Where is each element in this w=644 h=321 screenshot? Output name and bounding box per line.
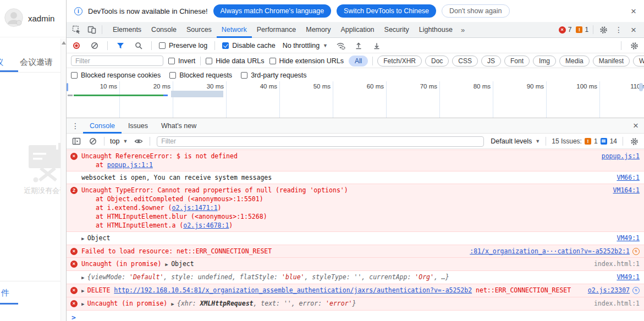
export-har-icon[interactable] xyxy=(371,40,382,51)
more-tabs-icon[interactable]: » xyxy=(458,26,468,34)
drawer-close-icon[interactable]: × xyxy=(631,121,641,130)
invert-checkbox[interactable]: Invert xyxy=(168,57,195,65)
text-segment[interactable]: ▶ xyxy=(81,236,87,241)
pill-fetch-xhr[interactable]: Fetch/XHR xyxy=(377,56,422,67)
tab-sources[interactable]: Sources xyxy=(181,22,217,38)
source-link[interactable]: VM164:1 xyxy=(613,186,640,195)
log-levels-dropdown[interactable]: Default levels ▼ xyxy=(491,137,540,145)
pill-js[interactable]: JS xyxy=(481,56,501,67)
timeline-scrollbar[interactable] xyxy=(639,83,643,91)
pill-all[interactable]: All xyxy=(349,56,368,67)
drawer-tab-issues[interactable]: Issues xyxy=(122,118,155,134)
page-scrollbar[interactable] xyxy=(60,38,66,321)
initiator-chain-icon[interactable]: ⇅ xyxy=(632,287,640,294)
checkbox-unchecked[interactable] xyxy=(159,42,166,49)
pill-manifest[interactable]: Manifest xyxy=(593,56,630,67)
throttling-dropdown[interactable]: No throttling ▼ xyxy=(283,42,328,49)
blocked-requests-checkbox[interactable]: Blocked requests xyxy=(169,71,232,79)
clear-network-log-icon[interactable] xyxy=(89,40,100,51)
tab-application[interactable]: Application xyxy=(335,22,379,38)
tab-lighthouse[interactable]: Lighthouse xyxy=(414,22,458,38)
text-segment[interactable]: ▶ xyxy=(81,275,87,280)
tab-meeting-invite[interactable]: 会议邀请 xyxy=(20,57,53,68)
error-icon: × xyxy=(70,287,78,294)
source-link[interactable]: VM66:1 xyxy=(617,173,640,182)
console-settings-gear-icon[interactable] xyxy=(629,136,640,147)
clear-console-icon[interactable] xyxy=(87,136,98,147)
error-count-badge[interactable]: × 7 xyxy=(559,26,572,34)
pill-img[interactable]: Img xyxy=(533,56,556,67)
match-language-button[interactable]: Always match Chrome's language xyxy=(213,4,332,18)
bottom-tab-partial[interactable]: 件 xyxy=(1,288,9,298)
checkbox-checked[interactable] xyxy=(222,42,229,49)
issue-count-badge[interactable]: ! 1 xyxy=(576,26,588,34)
source-link[interactable]: popup.js:1 xyxy=(602,152,640,160)
code-link[interactable]: o2.js:1471:1 xyxy=(172,204,217,212)
dont-show-again-button[interactable]: Don't show again xyxy=(442,4,510,18)
tab-performance[interactable]: Performance xyxy=(252,22,301,38)
network-filter-input[interactable] xyxy=(71,56,163,66)
console-sidebar-toggle-icon[interactable] xyxy=(71,136,82,147)
live-expression-eye-icon[interactable] xyxy=(133,136,144,147)
checkbox-unchecked[interactable] xyxy=(168,58,175,64)
execution-context-dropdown[interactable]: top ▼ xyxy=(110,137,128,145)
tab-memory[interactable]: Memory xyxy=(301,22,335,38)
record-network-log-icon[interactable] xyxy=(71,40,82,51)
checkbox-unchecked[interactable] xyxy=(206,58,212,64)
source-link[interactable]: VM49:1 xyxy=(617,273,640,281)
import-har-icon[interactable] xyxy=(353,40,364,51)
avatar[interactable] xyxy=(4,8,23,29)
code-link[interactable]: popup.js:1:1 xyxy=(107,161,153,169)
disable-cache-checkbox[interactable]: Disable cache xyxy=(222,42,276,49)
checkbox-unchecked[interactable] xyxy=(169,72,176,79)
filter-funnel-icon[interactable] xyxy=(115,40,126,51)
tab-console[interactable]: Console xyxy=(146,22,181,38)
tab-meeting-partial[interactable]: 议 xyxy=(0,57,3,68)
text-segment[interactable]: ▶ xyxy=(171,301,177,307)
drawer-tab-what-s-new[interactable]: What's new xyxy=(155,118,203,134)
source-link[interactable]: :81/x_organization_a···cation?v=-a5252b2… xyxy=(470,247,630,256)
source-link[interactable]: o2.js:23307 xyxy=(588,286,630,295)
tab-network[interactable]: Network xyxy=(217,22,252,38)
inspect-element-icon[interactable] xyxy=(71,24,82,35)
search-icon[interactable] xyxy=(133,40,144,51)
console-prompt[interactable]: > xyxy=(67,311,644,321)
drawer-more-options-icon[interactable]: ⋮ xyxy=(70,121,81,130)
text-segment[interactable]: ▶ xyxy=(165,262,171,267)
pill-doc[interactable]: Doc xyxy=(425,56,449,67)
network-conditions-icon[interactable] xyxy=(335,40,346,51)
text-segment[interactable]: ▶ xyxy=(81,301,87,307)
switch-to-chinese-button[interactable]: Switch DevTools to Chinese xyxy=(337,4,436,18)
infobar-close-icon[interactable]: × xyxy=(631,7,636,16)
tab-elements[interactable]: Elements xyxy=(108,22,146,38)
hide-data-urls-checkbox[interactable]: Hide data URLs xyxy=(206,57,264,65)
checkbox-unchecked[interactable] xyxy=(269,58,276,64)
console-filter-input[interactable] xyxy=(157,136,484,147)
initiator-chain-icon[interactable]: ⇅ xyxy=(632,248,640,255)
more-options-icon[interactable]: ⋮ xyxy=(613,25,624,34)
pill-css[interactable]: CSS xyxy=(452,56,478,67)
checkbox-unchecked[interactable] xyxy=(71,72,78,79)
timeline-left-handle[interactable] xyxy=(67,83,68,91)
pill-font[interactable]: Font xyxy=(504,56,530,67)
checkbox-unchecked[interactable] xyxy=(241,72,247,79)
text-segment[interactable]: ▶ xyxy=(81,288,87,294)
tab-security[interactable]: Security xyxy=(379,22,414,38)
settings-gear-icon[interactable] xyxy=(598,24,609,35)
scroll-up-arrow[interactable] xyxy=(62,41,66,45)
blocked-cookies-checkbox[interactable]: Blocked response cookies xyxy=(71,71,161,79)
network-overview-timeline[interactable]: 10 ms20 ms30 ms40 ms50 ms60 ms70 ms80 ms… xyxy=(67,81,644,118)
device-toolbar-icon[interactable] xyxy=(86,24,97,35)
third-party-checkbox[interactable]: 3rd-party requests xyxy=(241,71,306,79)
preserve-log-checkbox[interactable]: Preserve log xyxy=(159,42,207,49)
devtools-close-icon[interactable]: × xyxy=(629,25,639,35)
network-settings-gear-icon[interactable] xyxy=(629,40,640,51)
issues-counter[interactable]: 15 Issues: ! 1 14 xyxy=(552,137,617,145)
pill-ws[interactable]: WS xyxy=(633,56,644,67)
hide-extension-urls-checkbox[interactable]: Hide extension URLs xyxy=(269,57,344,65)
code-link[interactable]: o2.js:4678:1 xyxy=(183,222,229,229)
pill-media[interactable]: Media xyxy=(559,56,590,67)
drawer-tab-console[interactable]: Console xyxy=(83,118,122,134)
code-link[interactable]: http://192.168.10.54:81/x_organization_a… xyxy=(114,286,472,294)
source-link[interactable]: VM49:1 xyxy=(617,234,640,242)
